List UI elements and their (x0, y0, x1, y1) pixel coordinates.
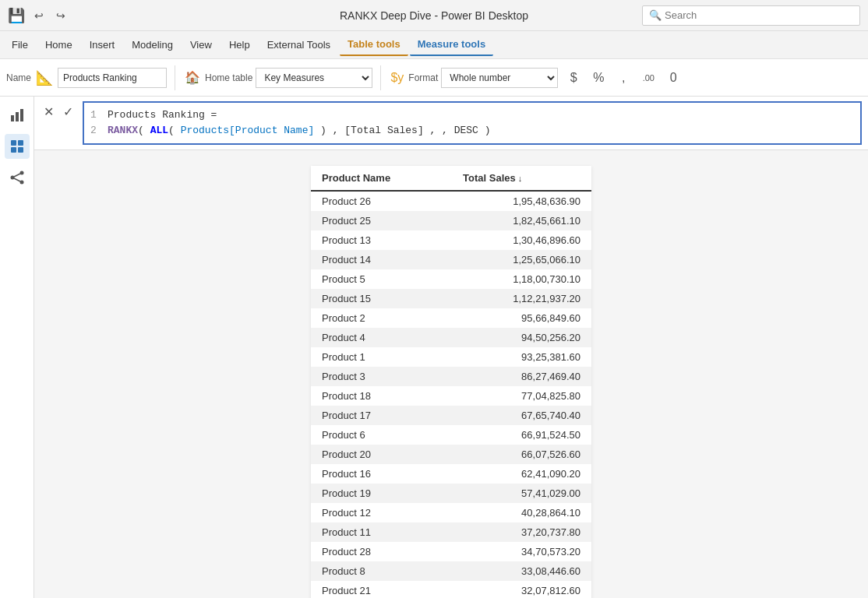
content-area: ✕ ✓ 1 Products Ranking = 2 RANKX( ALL( P… (0, 97, 868, 598)
search-area: 🔍 (642, 5, 860, 26)
cell-product-name: Product 6 (311, 425, 452, 445)
cell-total-sales: 57,41,029.00 (452, 484, 591, 503)
menu-measure-tools[interactable]: Measure tools (410, 33, 493, 56)
table-row: Product 494,50,256.20 (311, 328, 591, 347)
formula-actions: ✕ ✓ (41, 101, 76, 121)
cell-total-sales: 66,91,524.50 (452, 425, 591, 445)
home-table-select[interactable]: Key Measures (256, 68, 372, 88)
formula-line-1: 1 Products Ranking = (90, 107, 854, 123)
app-title: RANKX Deep Dive - Power BI Desktop (340, 9, 528, 22)
cell-product-name: Product 4 (311, 328, 452, 347)
cell-total-sales: 37,20,737.80 (452, 522, 591, 542)
cell-total-sales: 33,08,446.60 (452, 561, 591, 581)
main-content: ✕ ✓ 1 Products Ranking = 2 RANKX( ALL( P… (34, 97, 868, 598)
ribbon-format-label: Format (408, 72, 438, 83)
cell-total-sales: 1,12,21,937.20 (452, 289, 591, 308)
formula-code-box[interactable]: 1 Products Ranking = 2 RANKX( ALL( Produ… (83, 101, 862, 145)
zero-button[interactable]: 0 (662, 68, 684, 88)
table-row: Product 2834,70,573.20 (311, 542, 591, 561)
menu-external-tools[interactable]: External Tools (259, 34, 338, 55)
ribbon-home-table-label: Home table (205, 72, 252, 83)
cell-total-sales: 93,25,381.60 (452, 347, 591, 367)
ruler-icon: 📐 (36, 69, 53, 86)
table-row: Product 1240,28,864.10 (311, 503, 591, 522)
currency-button[interactable]: $ (563, 68, 584, 88)
cell-total-sales: 1,18,00,730.10 (452, 269, 591, 289)
search-box[interactable]: 🔍 (642, 5, 860, 26)
search-input[interactable] (665, 9, 852, 21)
sep1 (175, 65, 175, 90)
cell-product-name: Product 26 (311, 191, 452, 211)
ribbon-name-group: Name 📐 (6, 68, 167, 88)
comma-button[interactable]: , (612, 68, 634, 88)
decimal-button[interactable]: .00 (637, 68, 659, 88)
col-total-sales: Total Sales (452, 166, 591, 191)
cell-product-name: Product 3 (311, 367, 452, 386)
format-select[interactable]: Whole numberDecimal numberFixed decimal … (441, 68, 558, 88)
menu-help[interactable]: Help (221, 34, 258, 55)
table-row: Product 1137,20,737.80 (311, 522, 591, 542)
format-icon: $y (390, 71, 404, 85)
svg-rect-3 (11, 140, 16, 146)
menu-table-tools[interactable]: Table tools (340, 33, 408, 56)
formula-confirm-button[interactable]: ✓ (60, 103, 76, 121)
cell-total-sales: 62,41,090.20 (452, 464, 591, 484)
title-bar: 💾 ↩ ↪ RANKX Deep Dive - Power BI Desktop… (0, 0, 868, 31)
table-header: Product Name Total Sales (311, 166, 591, 191)
menu-modeling[interactable]: Modeling (124, 34, 181, 55)
formula-bar: ✕ ✓ 1 Products Ranking = 2 RANKX( ALL( P… (34, 97, 868, 150)
save-icon[interactable]: 💾 (8, 7, 25, 24)
sidebar-icon-model[interactable] (5, 165, 30, 190)
table-row: Product 261,95,48,636.90 (311, 191, 591, 211)
title-bar-left: 💾 ↩ ↪ (8, 7, 69, 24)
table-row: Product 666,91,524.50 (311, 425, 591, 445)
table-row: Product 151,12,21,937.20 (311, 289, 591, 308)
sep2 (380, 65, 381, 90)
table-row: Product 2066,07,526.60 (311, 445, 591, 464)
menu-insert[interactable]: Insert (82, 34, 123, 55)
cell-product-name: Product 11 (311, 522, 452, 542)
ribbon-format-group: $y Format Whole numberDecimal numberFixe… (389, 68, 558, 88)
cell-total-sales: 1,30,46,896.60 (452, 230, 591, 250)
measure-name-input[interactable] (58, 68, 167, 88)
cell-product-name: Product 15 (311, 289, 452, 308)
table-row: Product 1767,65,740.40 (311, 406, 591, 425)
svg-rect-4 (18, 140, 23, 146)
redo-button[interactable]: ↪ (53, 8, 69, 23)
table-row: Product 51,18,00,730.10 (311, 269, 591, 289)
sidebar-icon-report[interactable] (5, 103, 30, 128)
menu-view[interactable]: View (182, 34, 220, 55)
cell-product-name: Product 18 (311, 386, 452, 406)
cell-total-sales: 86,27,469.40 (452, 367, 591, 386)
svg-line-11 (14, 178, 20, 181)
cell-product-name: Product 2 (311, 308, 452, 328)
cell-product-name: Product 14 (311, 250, 452, 269)
table-row: Product 251,82,45,661.10 (311, 211, 591, 230)
cell-total-sales: 40,28,864.10 (452, 503, 591, 522)
table-row: Product 295,66,849.60 (311, 308, 591, 328)
cell-product-name: Product 17 (311, 406, 452, 425)
cell-total-sales: 66,07,526.60 (452, 445, 591, 464)
table-row: Product 1957,41,029.00 (311, 484, 591, 503)
table-row: Product 1877,04,825.80 (311, 386, 591, 406)
table-container: Product Name Total Sales Product 261,95,… (34, 150, 868, 598)
percent-button[interactable]: % (587, 68, 609, 88)
table-row: Product 386,27,469.40 (311, 367, 591, 386)
col-product-name: Product Name (311, 166, 452, 191)
table-row: Product 2132,07,812.60 (311, 581, 591, 598)
cell-total-sales: 94,50,256.20 (452, 328, 591, 347)
menu-home[interactable]: Home (37, 34, 80, 55)
cell-product-name: Product 8 (311, 561, 452, 581)
menu-file[interactable]: File (4, 34, 36, 55)
cell-total-sales: 77,04,825.80 (452, 386, 591, 406)
table-row: Product 131,30,46,896.60 (311, 230, 591, 250)
svg-rect-0 (11, 115, 14, 121)
sidebar-icon-data[interactable] (5, 134, 30, 159)
formula-line-2: 2 RANKX( ALL( Products[Product Name] ) ,… (90, 123, 854, 139)
table-row: Product 193,25,381.60 (311, 347, 591, 367)
menu-bar: File Home Insert Modeling View Help Exte… (0, 31, 868, 59)
cell-product-name: Product 21 (311, 581, 452, 598)
formula-cancel-button[interactable]: ✕ (41, 103, 57, 121)
svg-line-10 (14, 174, 20, 177)
undo-button[interactable]: ↩ (31, 8, 47, 23)
